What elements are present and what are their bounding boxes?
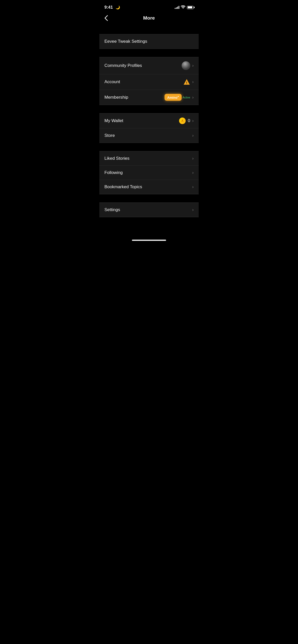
settings-label: Settings xyxy=(104,207,120,212)
store-right: › xyxy=(192,133,194,138)
following-row[interactable]: Following › xyxy=(99,166,199,180)
liked-stories-label: Liked Stories xyxy=(104,156,129,161)
amino-active-wrapper: Active xyxy=(183,96,190,99)
amino-badge: Amino+ xyxy=(165,94,181,101)
chevron-icon: › xyxy=(192,156,194,161)
chevron-icon: › xyxy=(192,208,194,212)
home-bar xyxy=(132,240,166,241)
settings-right: › xyxy=(192,208,194,212)
membership-right: Amino+ Active › xyxy=(165,94,194,101)
following-right: › xyxy=(192,170,194,175)
signal-icon xyxy=(175,6,179,9)
community-profiles-right: › xyxy=(182,61,194,70)
store-label: Store xyxy=(104,133,115,138)
status-time-area: 9:41 🌙 xyxy=(104,5,120,10)
chevron-icon: › xyxy=(192,80,194,84)
status-bar: 9:41 🌙 xyxy=(99,0,199,13)
wifi-icon xyxy=(181,5,185,9)
moon-icon: 🌙 xyxy=(116,5,120,9)
chevron-icon: › xyxy=(192,119,194,123)
my-wallet-label: My Wallet xyxy=(104,118,123,123)
nav-header: More xyxy=(99,13,199,26)
account-row[interactable]: Account ! › xyxy=(99,74,199,90)
membership-label: Membership xyxy=(104,95,128,100)
settings-row[interactable]: Settings › xyxy=(99,203,199,217)
bookmarked-topics-label: Bookmarked Topics xyxy=(104,184,142,189)
eevee-section: Eevee Tweak Settings xyxy=(99,34,199,49)
status-icons xyxy=(175,5,194,9)
chevron-icon: › xyxy=(192,170,194,175)
coin-icon: A xyxy=(179,118,186,124)
settings-section: Settings › xyxy=(99,202,199,217)
battery-icon xyxy=(187,6,194,9)
account-section: Community Profiles › Account ! xyxy=(99,57,199,105)
section-gap-2 xyxy=(99,49,199,57)
wallet-count: 0 xyxy=(188,118,190,123)
liked-stories-row[interactable]: Liked Stories › xyxy=(99,151,199,166)
chevron-icon: › xyxy=(192,63,194,68)
following-label: Following xyxy=(104,170,123,175)
chevron-icon: › xyxy=(192,185,194,189)
section-gap-5 xyxy=(99,194,199,202)
section-gap-1 xyxy=(99,26,199,34)
section-gap-3 xyxy=(99,105,199,113)
home-indicator xyxy=(99,238,199,243)
community-profiles-row[interactable]: Community Profiles › xyxy=(99,57,199,74)
chevron-icon: › xyxy=(192,133,194,138)
status-time: 9:41 xyxy=(104,5,113,9)
amino-active-label: Active xyxy=(183,96,190,99)
warning-icon: ! xyxy=(183,78,190,85)
account-right: ! › xyxy=(183,78,194,85)
membership-row[interactable]: Membership Amino+ Active › xyxy=(99,90,199,105)
my-wallet-row[interactable]: My Wallet A 0 › xyxy=(99,113,199,128)
bookmarked-topics-row[interactable]: Bookmarked Topics › xyxy=(99,180,199,194)
wallet-right: A 0 › xyxy=(179,118,194,124)
page-title: More xyxy=(143,15,155,21)
content-section: Liked Stories › Following › Bookmarked T… xyxy=(99,151,199,194)
wallet-section: My Wallet A 0 › Store › xyxy=(99,113,199,143)
store-row[interactable]: Store › xyxy=(99,128,199,143)
chevron-icon: › xyxy=(192,95,194,100)
eevee-tweak-row[interactable]: Eevee Tweak Settings xyxy=(99,34,199,49)
avatar-image xyxy=(182,61,190,70)
back-button[interactable] xyxy=(104,15,108,21)
community-profiles-label: Community Profiles xyxy=(104,63,142,68)
bookmarked-topics-right: › xyxy=(192,185,194,189)
amino-badge-text: Amino+ xyxy=(167,95,179,99)
section-gap-4 xyxy=(99,143,199,151)
liked-stories-right: › xyxy=(192,156,194,161)
eevee-tweak-label: Eevee Tweak Settings xyxy=(104,39,147,44)
svg-text:!: ! xyxy=(186,81,187,85)
avatar xyxy=(182,61,190,70)
account-label: Account xyxy=(104,79,120,84)
